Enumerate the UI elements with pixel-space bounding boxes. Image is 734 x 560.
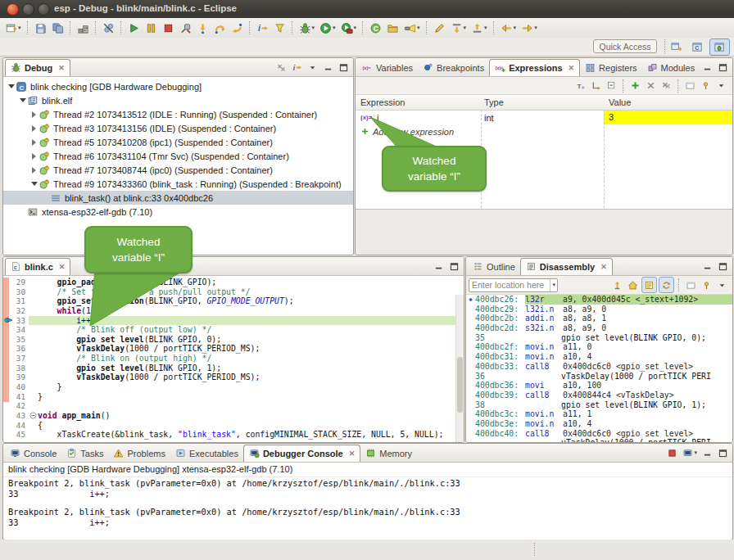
tab-registers[interactable]: Registers [580,60,641,75]
remove-expression-button[interactable] [644,78,658,94]
show-source-button[interactable] [641,277,657,293]
code-line[interactable]: 29 gpio_pad_select_gpio(BLINK_GPIO); [3,278,455,287]
step-over-button[interactable] [212,20,228,36]
code-line[interactable]: 33 i++; [3,316,455,326]
maximize-button[interactable] [716,60,730,75]
tab-memory[interactable]: Memory [360,445,417,461]
back-dropdown-icon[interactable]: ▾ [514,25,517,31]
code-line[interactable]: 37 /* Blink on (output high) */ [3,354,455,364]
new-class-button[interactable]: C [368,20,383,36]
close-tab-icon[interactable]: ✕ [349,449,356,458]
tab-problems[interactable]: Problems [108,445,170,461]
back-button[interactable]: ▾ [499,20,519,36]
tab-breakpoints[interactable]: Breakpoints [418,60,489,75]
location-combo[interactable]: Enter location here ▾ [469,278,558,292]
maximize-button[interactable] [716,259,730,273]
view-menu-button[interactable] [306,60,319,75]
expander-closed-icon[interactable] [29,153,39,160]
scrollbar-thumb[interactable] [457,357,463,413]
disasm-source-line[interactable]: 38gpio_set_level(BLINK_GPIO, 1); [466,400,732,410]
quick-access-button[interactable]: Quick Access [593,39,657,53]
debug-perspective-button[interactable] [709,38,730,56]
close-tab-icon[interactable]: ✕ [59,263,66,271]
view-menu-button[interactable] [714,78,728,94]
tree-item[interactable]: Thread #6 1073431104 (Tmr Svc) (Suspende… [3,149,353,163]
close-window-button[interactable] [7,3,19,16]
disconnect-button[interactable] [178,20,193,36]
expander-closed-icon[interactable] [29,125,39,132]
console-output[interactable]: Breakpoint 2, blink_task (pvParameter=0x… [3,478,723,538]
collapse-all-button[interactable] [605,78,618,94]
tree-item[interactable]: blink_task() at blink.c:33 0x400dbc26 [3,191,353,205]
tree-item[interactable]: Thread #9 1073433360 (blink_task : Runni… [3,177,353,191]
tab-debug[interactable]: Debug✕ [5,59,70,76]
disasm-source-line[interactable]: 36vTaskDelay(1000 / portTICK_PERI [466,372,732,382]
run-button[interactable]: ▾ [318,20,338,36]
show-logical-structure-button[interactable] [589,78,603,94]
forward-button[interactable]: ▾ [519,20,539,36]
pin-view-button[interactable] [699,78,713,94]
step-return-button[interactable] [229,20,245,36]
next-annotation-button[interactable]: ▾ [449,20,469,36]
code-line[interactable]: 41} [3,392,455,402]
new-wizard-button[interactable]: ▾ [3,20,23,36]
minimize-button[interactable] [700,445,714,460]
line-number[interactable]: 44 [3,421,29,431]
code-line[interactable]: 39 vTaskDelay(1000 / portTICK_PERIOD_MS)… [3,373,455,382]
code-line[interactable]: 36 vTaskDelay(1000 / portTICK_PERIOD_MS)… [3,344,455,354]
tree-item[interactable]: xtensa-esp32-elf-gdb (7.10) [3,205,353,219]
remove-all-expressions-button[interactable] [659,78,673,94]
instruction-stepping-button[interactable]: i [255,20,270,36]
close-tab-icon[interactable]: ✕ [600,263,607,271]
minimize-button[interactable] [432,259,446,273]
close-tab-icon[interactable]: ✕ [569,64,575,72]
column-header-expression[interactable]: Expression [356,97,481,107]
expander-open-icon[interactable] [29,182,39,186]
expander-open-icon[interactable] [7,84,16,88]
code-line[interactable]: 31 gpio_set_direction(BLINK_GPIO, GPIO_M… [3,296,455,306]
home-button[interactable] [626,277,640,293]
tab-debugger-console[interactable]: Debugger Console✕ [243,445,360,462]
cpp-perspective-button[interactable]: C [688,39,707,55]
save-all-button[interactable] [50,20,66,36]
tree-item[interactable]: Cblink checking [GDB Hardware Debugging] [3,79,353,93]
code-line[interactable]: 40 } [3,382,455,392]
expander-closed-icon[interactable] [29,139,39,146]
disasm-line[interactable]: 400dbc2d:s32i.na8, a9, 0 [466,323,732,333]
tree-item[interactable]: Thread #5 1073410208 (ipc1) (Suspended :… [3,135,353,149]
column-header-type[interactable]: Type [481,97,604,107]
maximize-window-button[interactable] [38,3,50,16]
step-into-button[interactable] [195,20,211,36]
disasm-line[interactable]: 400dbc36:movia10, 100 [466,381,732,391]
minimize-window-button[interactable] [22,3,34,16]
maximize-button[interactable] [447,259,461,273]
disasm-line[interactable]: 400dbc33:call80x400dc6c0 <gpio_set_level… [466,362,732,372]
save-button[interactable] [33,20,48,36]
last-edit-location-button[interactable] [432,20,447,36]
line-number[interactable]: 36 [3,344,29,354]
terminate-console-button[interactable] [665,445,679,460]
skip-all-breakpoints-button[interactable] [101,20,116,36]
disasm-line[interactable]: 400dbc3c:movi.na11, 1 [466,409,732,419]
code-line[interactable]: 42 [3,401,455,411]
disasm-line[interactable]: 400dbc39:call80x400844c4 <vTaskDelay> [466,391,732,400]
code-line[interactable]: 32 while(1) { [3,306,455,316]
use-step-filters-button[interactable] [272,20,288,36]
view-menu-button[interactable] [715,277,729,293]
code-line[interactable]: 30 /* Set the GPIO as a push/pull output… [3,287,455,297]
display-selected-console-button[interactable]: ▾ [681,445,699,460]
minimize-button[interactable] [700,259,714,273]
tab-executables[interactable]: Executables [170,445,243,461]
code-line[interactable]: 34 /* Blink off (output low) */ [3,325,455,335]
tab-expressions[interactable]: (x)=Expressions✕ [489,59,580,76]
debug-dropdown-icon[interactable]: ▾ [312,25,315,31]
tab-variables[interactable]: (x)=Variables [357,60,418,75]
line-number[interactable]: 37 [3,354,29,364]
line-number[interactable]: 41 [3,392,29,402]
close-tab-icon[interactable]: ✕ [58,64,65,72]
disassembly-listing[interactable]: ◆400dbc26:l32ra9, 0x400d045c <_stext+109… [466,295,732,442]
breakpoint-current-line-icon[interactable] [3,315,14,324]
editor-scrollbar[interactable] [455,295,464,442]
disasm-line[interactable]: 400dbc2f:movi.na11, 0 [466,342,732,352]
line-number[interactable]: 42 [3,401,29,411]
